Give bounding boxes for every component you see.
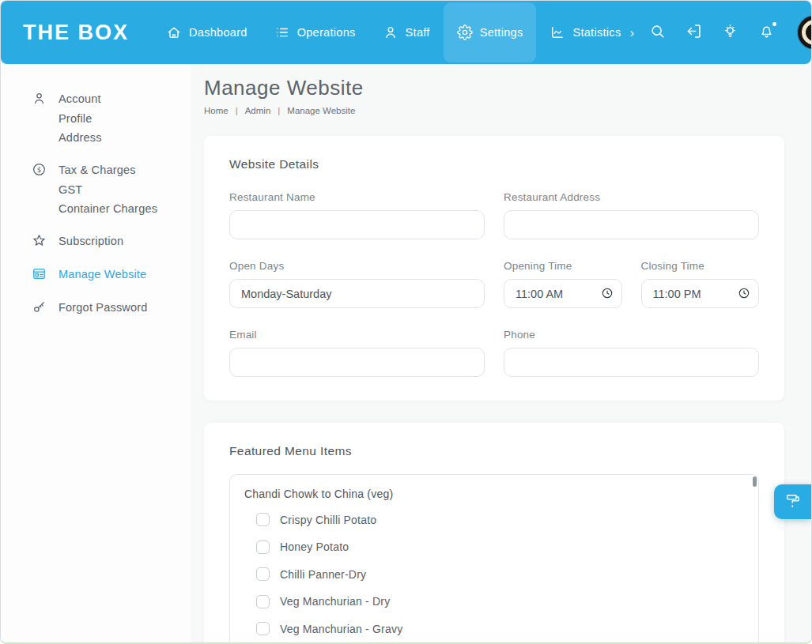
logout-button[interactable] [684, 21, 704, 43]
nav-label: Dashboard [189, 26, 247, 39]
restaurant-address-input[interactable] [504, 210, 759, 239]
user-avatar[interactable] [798, 16, 812, 49]
chevron-right-icon: › [629, 26, 634, 40]
phone-field: Phone [504, 329, 759, 377]
main-nav: Dashboard Operations Staff Settings [153, 1, 648, 64]
nav-item-settings[interactable]: Settings [444, 2, 537, 62]
opening-time-label: Opening Time [504, 260, 622, 272]
sidebar-item-subscription[interactable]: Subscription [1, 230, 191, 251]
avatar-ring [802, 20, 812, 45]
menu-item-row: Veg Manchurian - Gravy [256, 619, 747, 638]
closing-time-field: Closing Time [641, 260, 760, 308]
menu-item-row: Chilli Panner-Dry [256, 564, 747, 584]
sidebar-label: Manage Website [59, 268, 146, 281]
avatar-core [806, 24, 812, 41]
gear-icon [457, 24, 473, 40]
email-label: Email [229, 329, 485, 341]
phone-input[interactable] [504, 348, 759, 377]
website-details-heading: Website Details [229, 157, 759, 171]
top-navbar: THE BOX Dashboard Operations Staff [1, 1, 811, 64]
email-field: Email [229, 329, 485, 377]
sidebar-item-tax-charges[interactable]: $ Tax & Charges [1, 159, 191, 180]
menu-item-checkbox[interactable] [256, 622, 270, 635]
sidebar-item-forgot-password[interactable]: Forgot Password [1, 296, 191, 318]
closing-time-picker-button[interactable] [738, 287, 750, 302]
menu-item-row: Veg Manchurian - Dry [256, 592, 747, 612]
open-days-label: Open Days [229, 260, 485, 272]
search-icon [649, 23, 666, 42]
featured-menu-card: Featured Menu Items Chandi Chowk to Chin… [204, 423, 784, 644]
breadcrumb-current: Manage Website [287, 106, 355, 115]
restaurant-address-field: Restaurant Address [504, 191, 759, 239]
menu-item-label: Crispy Chilli Potato [280, 514, 376, 526]
email-input[interactable] [229, 348, 485, 377]
menu-item-label: Veg Manchurian - Gravy [280, 623, 402, 635]
paint-roller-icon [784, 492, 802, 512]
menu-item-row: Honey Potato [256, 537, 747, 557]
restaurant-name-field: Restaurant Name [229, 191, 485, 239]
breadcrumb-home[interactable]: Home [204, 106, 228, 115]
restaurant-name-input[interactable] [229, 210, 485, 239]
sidebar-label: Forgot Password [59, 301, 148, 314]
nav-label: Statistics [572, 26, 621, 39]
nav-label: Staff [406, 26, 430, 39]
menu-item-checkbox[interactable] [256, 595, 270, 608]
page-title: Manage Website [204, 76, 784, 100]
sidebar-item-gst[interactable]: GST [1, 180, 191, 199]
notifications-button[interactable] [757, 21, 776, 43]
featured-menu-heading: Featured Menu Items [229, 444, 759, 458]
menu-items-panel: Chandi Chowk to China (veg) Crispy Chill… [229, 474, 759, 644]
breadcrumb-admin[interactable]: Admin [245, 106, 271, 115]
app-window: THE BOX Dashboard Operations Staff [0, 0, 812, 644]
nav-item-staff[interactable]: Staff [369, 2, 444, 62]
home-icon [166, 24, 182, 40]
menu-item-checkbox[interactable] [256, 513, 270, 526]
menu-item-row: Crispy Chilli Potato [256, 510, 747, 529]
clock-icon [738, 287, 750, 302]
nav-item-statistics[interactable]: Statistics › [536, 2, 648, 62]
brand-logo: THE BOX [23, 21, 129, 45]
list-icon [274, 24, 290, 40]
theme-toggle-button[interactable] [720, 21, 740, 43]
nav-item-dashboard[interactable]: Dashboard [153, 2, 261, 62]
sidebar-label: Subscription [59, 235, 123, 247]
restaurant-address-label: Restaurant Address [504, 191, 759, 203]
sidebar-item-container-charges[interactable]: Container Charges [1, 199, 191, 218]
sidebar-item-manage-website[interactable]: Manage Website [1, 263, 191, 284]
menu-category-title: Chandi Chowk to China (veg) [244, 488, 747, 500]
breadcrumb: Home | Admin | Manage Website [204, 106, 784, 115]
nav-item-operations[interactable]: Operations [261, 2, 369, 62]
settings-sidebar: Account Profile Address $ Tax & Charges … [1, 64, 191, 644]
header-actions [648, 16, 812, 49]
open-days-field: Open Days [229, 260, 485, 308]
person-icon [383, 24, 398, 40]
phone-label: Phone [504, 329, 759, 341]
breadcrumb-separator: | [236, 106, 238, 115]
closing-time-label: Closing Time [641, 260, 760, 272]
key-icon [31, 299, 47, 314]
opening-time-picker-button[interactable] [601, 287, 614, 302]
sidebar-item-profile[interactable]: Profile [1, 109, 191, 128]
sidebar-label: Profile [59, 112, 93, 125]
browser-icon [31, 266, 47, 281]
main-content: Manage Website Home | Admin | Manage Web… [191, 64, 811, 644]
opening-time-field: Opening Time [504, 260, 622, 308]
website-details-card: Website Details Restaurant Name Restaura… [204, 136, 784, 401]
star-icon [31, 233, 47, 248]
user-icon [31, 91, 47, 106]
notification-dot [772, 22, 776, 26]
menu-item-label: Honey Potato [280, 540, 349, 553]
sidebar-item-account[interactable]: Account [1, 88, 191, 109]
clock-icon [601, 287, 614, 302]
search-button[interactable] [648, 21, 667, 43]
sidebar-label: GST [59, 183, 82, 196]
restaurant-name-label: Restaurant Name [229, 191, 485, 203]
sidebar-label: Tax & Charges [59, 164, 136, 176]
chart-icon [550, 24, 565, 40]
menu-item-checkbox[interactable] [256, 540, 270, 554]
panel-scrollbar[interactable] [753, 476, 757, 487]
menu-item-checkbox[interactable] [256, 567, 270, 581]
theme-customizer-button[interactable] [774, 484, 811, 519]
open-days-input[interactable] [229, 279, 485, 308]
sidebar-item-address[interactable]: Address [1, 128, 191, 147]
